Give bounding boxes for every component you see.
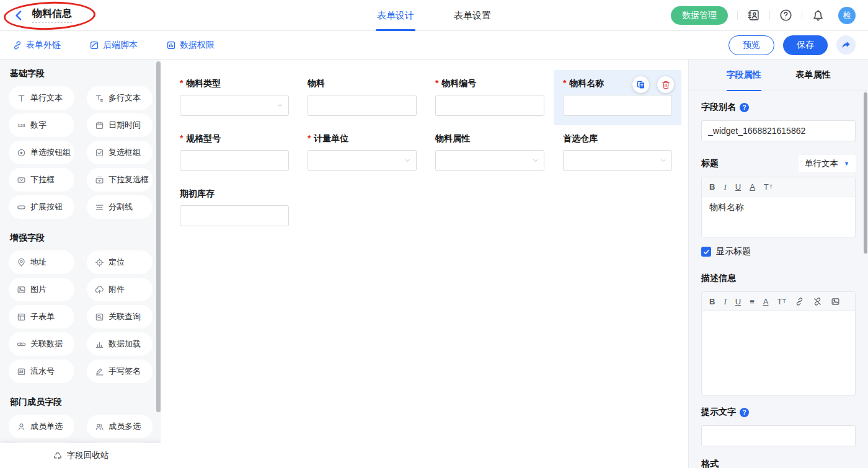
canvas-field[interactable]: * 计量单位 <box>298 125 426 180</box>
canvas-field-select[interactable] <box>180 95 289 116</box>
copy-field-button[interactable] <box>632 76 649 93</box>
canvas-field-input[interactable] <box>308 95 417 116</box>
editor-tool-color[interactable]: A <box>750 183 755 191</box>
sidebar-item-checkbox[interactable]: 复选框组 <box>87 141 153 164</box>
editor-tool-underline[interactable]: U <box>735 298 741 306</box>
help-icon[interactable] <box>779 9 792 22</box>
avatar[interactable]: 检 <box>838 7 856 24</box>
page-title[interactable]: 物料信息 <box>32 7 72 23</box>
editor-tool-underline[interactable]: U <box>735 183 741 191</box>
field-type-select[interactable]: 单行文本 ▼ <box>799 155 856 172</box>
preview-button[interactable]: 预览 <box>728 35 774 55</box>
editor-tool-size[interactable]: TT <box>777 298 786 306</box>
sidebar-item-divider[interactable]: 分割线 <box>87 195 153 219</box>
required-star: * <box>563 78 566 88</box>
sidebar-item-label: 数据加载 <box>108 338 141 350</box>
field-type-value: 单行文本 <box>805 158 838 169</box>
sidebar-item-image[interactable]: 图片 <box>9 278 74 301</box>
sidebar-item-member-multi[interactable]: 成员多选 <box>87 415 153 438</box>
canvas-field[interactable]: * 物料编号 <box>426 70 554 125</box>
sidebar-item-select[interactable]: 下拉框 <box>9 168 74 192</box>
canvas-field-label-text: 期初库存 <box>180 188 215 198</box>
sidebar-item-number[interactable]: 123数字 <box>9 113 74 137</box>
sidebar-item-textarea[interactable]: 多行文本 <box>87 86 153 110</box>
divider <box>802 11 802 20</box>
canvas-field-select[interactable] <box>435 150 544 171</box>
sidebar-item-linked-data[interactable]: 关联数据 <box>9 332 74 356</box>
editor-tool-color[interactable]: A <box>763 298 769 306</box>
editor-tool-italic[interactable]: I <box>724 298 726 306</box>
button-icon <box>17 203 26 212</box>
canvas-field[interactable]: 物料 <box>298 70 426 125</box>
canvas-field-select[interactable] <box>563 150 672 171</box>
form-canvas[interactable]: * 物料类型 物料 * 物料编号 * 物料名称 <box>161 60 688 468</box>
tab-field-properties[interactable]: 字段属性 <box>727 60 761 91</box>
text-icon <box>17 94 26 103</box>
contact-book-icon[interactable] <box>747 9 760 22</box>
canvas-field[interactable]: 首选仓库 <box>554 125 681 180</box>
data-manage-button[interactable]: 数据管理 <box>671 6 728 25</box>
panel-scrollbar-thumb[interactable] <box>864 92 867 254</box>
sidebar-item-member-single[interactable]: 成员单选 <box>9 415 74 438</box>
field-recycle-button[interactable]: 字段回收站 <box>0 443 161 468</box>
toolbar-link-0[interactable]: 表单外链 <box>12 40 61 51</box>
canvas-field[interactable]: * 物料类型 <box>170 70 298 125</box>
back-icon[interactable] <box>12 9 25 22</box>
sidebar-item-signature[interactable]: 手写签名 <box>87 360 153 383</box>
sidebar-item-linked-query[interactable]: 关联查询 <box>87 305 153 329</box>
sidebar-item-radio[interactable]: 单选按钮组 <box>9 141 74 164</box>
hint-help-icon[interactable]: ? <box>740 408 749 417</box>
tab-form-design[interactable]: 表单设计 <box>377 0 414 31</box>
canvas-field[interactable]: 期初库存 <box>170 180 298 236</box>
show-title-checkbox-row[interactable]: 显示标题 <box>701 246 856 257</box>
canvas-field[interactable]: 物料属性 <box>426 125 554 180</box>
canvas-field-input[interactable] <box>180 150 289 171</box>
hint-input[interactable] <box>701 425 856 446</box>
sidebar-item-multiselect[interactable]: 下拉复选框 <box>87 168 153 192</box>
field-alias-help-icon[interactable]: ? <box>740 103 749 112</box>
editor-tool-bold[interactable]: B <box>709 183 715 191</box>
member-single-icon <box>17 422 26 431</box>
editor-tool-unlink[interactable] <box>813 297 822 306</box>
sidebar-item-address[interactable]: 地址 <box>9 250 74 274</box>
signature-icon <box>95 367 104 376</box>
editor-tool-size[interactable]: TT <box>764 183 773 191</box>
sidebar-item-label: 下拉框 <box>30 174 55 185</box>
editor-tool-link[interactable] <box>795 297 804 306</box>
editor-tool-italic[interactable]: I <box>724 183 726 191</box>
show-title-checkbox[interactable] <box>701 247 711 257</box>
sidebar-item-serial[interactable]: 流水号 <box>9 360 74 383</box>
sidebar-item-datetime[interactable]: 日期时间 <box>87 113 153 137</box>
delete-field-button[interactable] <box>657 76 674 93</box>
canvas-field-input[interactable] <box>180 205 289 226</box>
canvas-field-input[interactable] <box>563 95 672 116</box>
sidebar-scrollbar-thumb[interactable] <box>156 61 161 412</box>
sidebar-item-text[interactable]: 单行文本 <box>9 86 74 110</box>
canvas-field[interactable]: * 规格型号 <box>170 125 298 180</box>
editor-tool-align[interactable]: ≡ <box>750 298 755 306</box>
canvas-field-input[interactable] <box>435 95 544 116</box>
recycle-icon <box>53 451 63 461</box>
sidebar-section: 基础字段 单行文本 多行文本 123数字 日期时间 单选按钮组 <box>9 68 153 219</box>
toolbar-link-1[interactable]: 后端脚本 <box>89 40 138 51</box>
save-button[interactable]: 保存 <box>783 35 828 55</box>
sidebar-item-data-load[interactable]: 数据加载 <box>87 332 153 356</box>
canvas-field-select[interactable] <box>308 150 417 171</box>
description-editor-content[interactable] <box>702 311 855 395</box>
field-alias-input[interactable] <box>701 120 856 141</box>
sidebar-item-attachment[interactable]: 附件 <box>87 278 153 301</box>
title-editor-content[interactable]: 物料名称 <box>702 196 855 237</box>
sidebar-item-subform[interactable]: 子表单 <box>9 305 74 329</box>
editor-tool-bold[interactable]: B <box>709 298 715 306</box>
sidebar-item-button[interactable]: 扩展按钮 <box>9 195 74 219</box>
sidebar-item-location[interactable]: 定位 <box>87 250 153 274</box>
bell-icon[interactable] <box>812 9 825 22</box>
canvas-field-label: * 物料类型 <box>180 78 289 89</box>
editor-tool-image[interactable] <box>831 297 840 306</box>
title-label: 标题 <box>701 158 719 169</box>
canvas-field[interactable]: * 物料名称 <box>554 70 681 125</box>
share-button[interactable] <box>836 35 856 55</box>
toolbar-link-2[interactable]: 数据权限 <box>166 40 215 51</box>
tab-form-settings[interactable]: 表单设置 <box>454 0 491 31</box>
tab-form-properties[interactable]: 表单属性 <box>796 60 831 91</box>
